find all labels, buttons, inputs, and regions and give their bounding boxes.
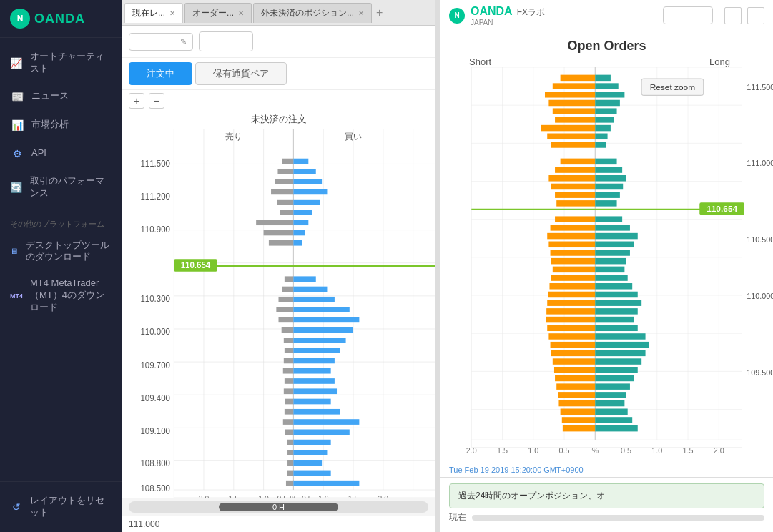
svg-rect-201 [595, 342, 649, 348]
orders-toggle-btn[interactable]: 注文中 [129, 62, 192, 85]
svg-text:110.300: 110.300 [140, 293, 170, 302]
svg-rect-149 [551, 250, 596, 256]
svg-text:買い: 買い [345, 132, 361, 141]
svg-rect-145 [555, 216, 595, 222]
svg-rect-209 [595, 408, 627, 415]
chart-svg-left: .grid-line { stroke: #e0e0e0; stroke-wid… [122, 129, 435, 498]
currency-pair-value: USD/JPY [135, 36, 174, 47]
svg-rect-155 [547, 300, 595, 306]
chevron-down-icon: ▼ [237, 36, 247, 47]
accumulate-dropdown-right[interactable]: 非累積 ▼ [663, 6, 713, 24]
svg-text:Reset zoom: Reset zoom [650, 82, 696, 92]
trade-perf-icon: 🔄 [10, 180, 23, 194]
oanda-logo-text: OANDA [34, 11, 85, 26]
tab-orders[interactable]: オーダー... ✕ [184, 3, 252, 23]
svg-rect-47 [285, 348, 294, 353]
svg-rect-57 [287, 450, 293, 455]
sidebar-item-news[interactable]: 📰 ニュース [0, 82, 122, 111]
chart-timestamp: Tue Feb 19 2019 15:20:00 GMT+0900 [440, 463, 773, 477]
long-label: Long [709, 56, 730, 67]
news-icon: 📰 [10, 89, 24, 104]
sidebar-item-mt4[interactable]: MT4 MT4 MetaTrader（MT）4のダウンロード [0, 270, 122, 321]
accumulate-selector[interactable]: 非累積 ▼ [199, 31, 253, 51]
svg-rect-134 [553, 108, 595, 114]
sidebar-item-label: デスクトップツールのダウンロード [26, 240, 112, 264]
scrollbar-thumb[interactable]: 0 H [219, 503, 339, 511]
svg-rect-64 [293, 189, 327, 195]
svg-rect-157 [546, 317, 595, 323]
svg-text:1.0: 1.0 [528, 446, 538, 455]
svg-rect-135 [555, 117, 595, 123]
zoom-out-button[interactable]: − [149, 93, 164, 109]
tab-close-orders[interactable]: ✕ [238, 9, 244, 17]
svg-text:2.0: 2.0 [378, 494, 389, 498]
sidebar-item-market-analysis[interactable]: 📊 市場分析 [0, 111, 122, 139]
svg-rect-181 [595, 167, 622, 173]
sidebar-item-trade-performance[interactable]: 🔄 取引のパフォーマンス [0, 168, 122, 207]
minus-icon: − [730, 10, 736, 21]
svg-rect-137 [547, 134, 595, 140]
svg-text:1.5: 1.5 [229, 494, 240, 498]
zoom-in-button[interactable]: + [129, 93, 144, 109]
right-panel-expand-btn[interactable]: + [747, 7, 764, 24]
right-header: N OANDA FXラボ JAPAN 非累積 ▼ − + [440, 0, 773, 31]
panel-toolbar: USD/JPY ✎ 非累積 ▼ [122, 26, 435, 58]
right-panel-minimize-btn[interactable]: − [724, 7, 742, 24]
tab-current[interactable]: 現在レ... ✕ [124, 3, 183, 23]
svg-text:109.700: 109.700 [140, 360, 170, 370]
svg-rect-140 [555, 167, 595, 173]
svg-text:111.500: 111.500 [747, 83, 773, 92]
current-slider[interactable] [472, 515, 764, 521]
svg-rect-183 [595, 184, 623, 190]
tab-close-current[interactable]: ✕ [169, 9, 175, 17]
svg-text:109.500: 109.500 [747, 368, 773, 377]
svg-rect-202 [595, 350, 645, 357]
sidebar-item-reset-layout[interactable]: ↺ レイアウトをリセット [0, 488, 122, 526]
svg-rect-50 [285, 378, 294, 384]
svg-rect-161 [551, 350, 596, 357]
svg-rect-148 [548, 242, 595, 248]
svg-rect-131 [553, 83, 595, 89]
chart-title-left: 未決済の注文 [122, 112, 435, 129]
svg-rect-152 [551, 275, 596, 281]
svg-rect-176 [595, 117, 614, 123]
sidebar: N OANDA 📈 オートチャーティスト 📰 ニュース 📊 市場分析 ⚙ API… [0, 0, 122, 532]
svg-rect-130 [561, 75, 596, 82]
svg-rect-56 [287, 440, 293, 445]
sidebar-item-api[interactable]: ⚙ API [0, 139, 122, 168]
svg-rect-210 [595, 417, 632, 423]
svg-rect-195 [595, 292, 637, 298]
svg-text:110.000: 110.000 [747, 292, 773, 300]
sidebar-item-label: オートチャーティスト [30, 51, 112, 75]
svg-rect-69 [293, 240, 302, 246]
past-24h-btn[interactable]: 過去24時間のオープンポジション、オ [449, 483, 764, 508]
svg-rect-175 [595, 108, 616, 114]
tab-close-positions[interactable]: ✕ [358, 9, 364, 17]
svg-rect-193 [595, 275, 627, 281]
svg-rect-48 [284, 358, 294, 364]
svg-text:1.5: 1.5 [348, 494, 359, 498]
tab-add-button[interactable]: + [376, 6, 383, 19]
svg-rect-141 [548, 175, 595, 182]
svg-text:109.100: 109.100 [140, 426, 170, 435]
tab-open-positions[interactable]: 外未決済のポジション... ✕ [253, 3, 372, 23]
main-area: 現在レ... ✕ オーダー... ✕ 外未決済のポジション... ✕ + USD… [122, 0, 773, 532]
sidebar-item-auto-chartist[interactable]: 📈 オートチャーティスト [0, 44, 122, 82]
svg-rect-84 [293, 419, 359, 425]
svg-rect-82 [293, 399, 330, 405]
svg-rect-156 [546, 308, 595, 315]
svg-rect-174 [595, 100, 620, 107]
svg-rect-90 [293, 481, 359, 486]
svg-rect-66 [293, 210, 312, 215]
svg-rect-167 [558, 400, 595, 407]
svg-text:1.0: 1.0 [258, 494, 269, 498]
currency-pairs-toggle-btn[interactable]: 保有通貨ペア [195, 62, 287, 85]
scrollbar-track[interactable]: 0 H [129, 501, 428, 513]
currency-pair-selector[interactable]: USD/JPY ✎ [129, 33, 193, 51]
svg-rect-44 [279, 317, 294, 322]
svg-rect-143 [555, 192, 595, 198]
sidebar-item-desktop-tool[interactable]: 🖥 デスクトップツールのダウンロード [0, 232, 122, 271]
svg-rect-31 [282, 159, 294, 164]
svg-text:2.0: 2.0 [714, 446, 724, 455]
plus-icon: + [753, 10, 759, 21]
